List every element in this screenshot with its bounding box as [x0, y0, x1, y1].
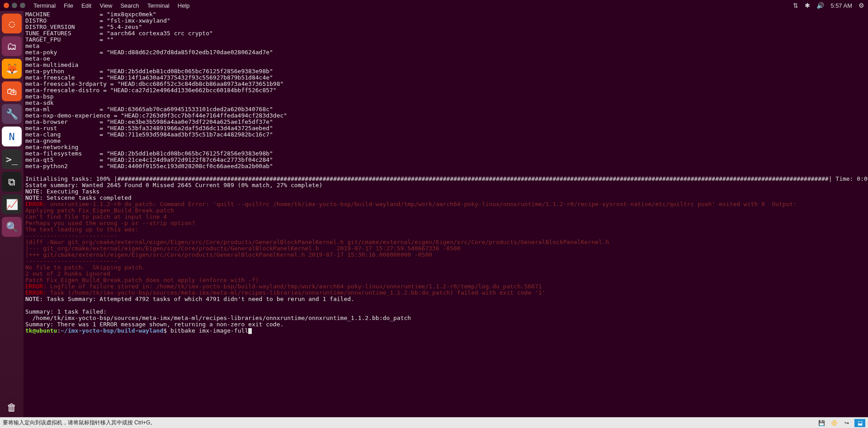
terminal-prompt[interactable]: tk@ubuntu:~/imx-yocto-bsp/build-wayland$… — [25, 328, 866, 334]
terminal-line: Sstate summary: Wanted 2645 Found 0 Miss… — [25, 182, 866, 188]
terminal-line: meta-nxp-demo-experience = "HEAD:c7263d9… — [25, 113, 866, 119]
terminal-line: meta-freescale = "HEAD:14f1a630a47375432… — [25, 75, 866, 81]
terminal-line: TUNE_FEATURES = "aarch64 cortexa35 crc c… — [25, 30, 866, 37]
terminal-line: Patch Fix_Eigen_Build_Break.patch does n… — [25, 277, 866, 283]
terminal-line: -------------------------- — [25, 258, 866, 264]
launcher-viewer[interactable]: 🔍 — [2, 217, 22, 237]
terminal-line: /home/tk/imx-yocto-bsp/sources/meta-imx/… — [25, 315, 866, 321]
cursor — [248, 328, 252, 334]
terminal-line: -------------------------- — [25, 233, 866, 239]
settings-icon[interactable]: ⚙ — [859, 2, 864, 9]
menu-terminal[interactable]: Terminal — [33, 2, 56, 9]
terminal-line: DISTRO = "fsl-imx-xwayland" — [25, 18, 866, 24]
top-menubar: Terminal File Edit View Search Terminal … — [0, 0, 868, 11]
launcher-files[interactable]: 🗂 — [2, 36, 22, 56]
vm-hint-text: 要将输入定向到该虚拟机，请将鼠标指针移入其中或按 Ctrl+G。 — [3, 419, 156, 427]
unity-launcher: ◌🗂🦊🛍🔧N>_⧉📈🔍🗑 — [0, 11, 24, 417]
menu-edit[interactable]: Edit — [81, 2, 91, 9]
terminal-line: meta-bsp — [25, 94, 866, 100]
sound-icon[interactable]: 🔊 — [816, 2, 824, 9]
terminal-line: meta-networking — [25, 144, 866, 151]
terminal-line: meta — [25, 43, 866, 49]
terminal-line: No file to patch. Skipping patch. — [25, 264, 866, 271]
terminal-line: meta-poky = "HEAD:d88d62c20d7d8da85f02ed… — [25, 49, 866, 56]
terminal-line: meta-browser = "HEAD:ee3be3b5986a4aa0e73… — [25, 119, 866, 125]
terminal-line: NOTE: Setscene tasks completed — [25, 195, 866, 201]
terminal-line: meta-freescale-3rdparty = "HEAD:dbcc686f… — [25, 81, 866, 87]
terminal-line: meta-oe — [25, 56, 866, 62]
window-controls — [4, 3, 25, 8]
menu-file[interactable]: File — [64, 2, 73, 9]
launcher-settings[interactable]: 🔧 — [2, 104, 22, 124]
terminal-line: meta-python = "HEAD:2b5dd1eb81cd08bc065b… — [25, 68, 866, 75]
terminal-line: Applying patch Fix_Eigen_Build_Break.pat… — [25, 207, 866, 214]
terminal-line: meta-ml = "HEAD:63665ab70ca609451533101c… — [25, 106, 866, 113]
window-close-btn[interactable] — [4, 3, 9, 8]
window-minimize-btn[interactable] — [12, 3, 17, 8]
terminal-line: |diff -Naur git_org/cmake/external/eigen… — [25, 239, 866, 245]
launcher-terminal[interactable]: >_ — [2, 149, 22, 169]
terminal-line: Summary: There was 1 ERROR message shown… — [25, 321, 866, 328]
terminal-line: can't find file to patch at input line 4 — [25, 214, 866, 220]
launcher-monitor[interactable]: 📈 — [2, 194, 22, 214]
terminal-line: meta-qt5 = "HEAD:21ce4c124d9a972d9122f87… — [25, 157, 866, 163]
system-status-tray[interactable]: ⇅ ✱ 🔊 5:57 AM ⚙ — [793, 2, 864, 9]
window-maximize-btn[interactable] — [20, 3, 25, 8]
vm-icon-3[interactable]: ↪ — [842, 419, 852, 427]
terminal-line: NOTE: Executing Tasks — [25, 188, 866, 195]
terminal-line: ERROR: onnxruntime-1.1.2-r0 do_patch: Co… — [25, 201, 866, 207]
terminal-line: ERROR: Task (/home/tk/imx-yocto-bsp/sour… — [25, 290, 866, 296]
vm-fullscreen-btn[interactable]: ⬓ — [854, 419, 865, 427]
launcher-vscode[interactable]: ⧉ — [2, 172, 22, 192]
terminal-line: The text leading up to this was: — [25, 226, 866, 233]
terminal-line: meta-filesystems = "HEAD:2b5dd1eb81cd08b… — [25, 151, 866, 157]
terminal-line: |+++ git/cmake/external/eigen/Eigen/src/… — [25, 252, 866, 258]
menu-help[interactable]: Help — [178, 2, 190, 9]
bluetooth-icon[interactable]: ✱ — [805, 2, 810, 9]
launcher-nxp[interactable]: N — [2, 127, 22, 146]
terminal-line: meta-clang = "HEAD:711e593d5984aad3bf35c… — [25, 132, 866, 138]
terminal-line: meta-freescale-distro = "HEAD:ca27d12e49… — [25, 87, 866, 94]
terminal-output[interactable]: MACHINE = "imx8qxpc0mek"DISTRO = "fsl-im… — [24, 11, 868, 417]
terminal-line: MACHINE = "imx8qxpc0mek" — [25, 11, 866, 18]
terminal-line: 2 out of 2 hunks ignored — [25, 271, 866, 277]
terminal-line: |--- git_org/cmake/external/eigen/Eigen/… — [25, 245, 866, 252]
vm-icon-2[interactable]: 📀 — [829, 419, 839, 427]
terminal-line: meta-sdk — [25, 100, 866, 106]
terminal-line: NOTE: Tasks Summary: Attempted 4792 task… — [25, 296, 866, 302]
terminal-line: meta-python2 = "HEAD:4400f9155ec193d0282… — [25, 163, 866, 169]
menu-terminal2[interactable]: Terminal — [147, 2, 170, 9]
launcher-software[interactable]: 🛍 — [2, 81, 22, 101]
vmware-statusbar: 要将输入定向到该虚拟机，请将鼠标指针移入其中或按 Ctrl+G。 💾 📀 ↪ ⬓ — [0, 417, 868, 428]
menu-view[interactable]: View — [99, 2, 112, 9]
terminal-line: TARGET_FPU = "" — [25, 37, 866, 43]
network-icon[interactable]: ⇅ — [793, 2, 798, 9]
terminal-line: Perhaps you used the wrong -p or --strip… — [25, 220, 866, 226]
vm-icon-1[interactable]: 💾 — [816, 419, 826, 427]
launcher-dash[interactable]: ◌ — [2, 14, 22, 33]
terminal-line: meta-multimedia — [25, 62, 866, 68]
terminal-line: Summary: 1 task failed: — [25, 309, 866, 315]
terminal-line: ERROR: Logfile of failure stored in: /ho… — [25, 283, 866, 290]
launcher-trash[interactable]: 🗑 — [2, 397, 22, 417]
app-menubar: Terminal File Edit View Search Terminal … — [33, 2, 190, 9]
terminal-line: Initialising tasks: 100% |##############… — [25, 176, 866, 182]
terminal-line: meta-gnome — [25, 138, 866, 144]
clock[interactable]: 5:57 AM — [830, 2, 852, 9]
terminal-line — [25, 169, 866, 176]
launcher-firefox[interactable]: 🦊 — [2, 59, 22, 79]
terminal-line: DISTRO_VERSION = "5.4-zeus" — [25, 24, 866, 30]
menu-search[interactable]: Search — [120, 2, 139, 9]
terminal-line — [25, 302, 866, 309]
terminal-line: meta-rust = "HEAD:53bfa324891966a2daf5d3… — [25, 125, 866, 132]
